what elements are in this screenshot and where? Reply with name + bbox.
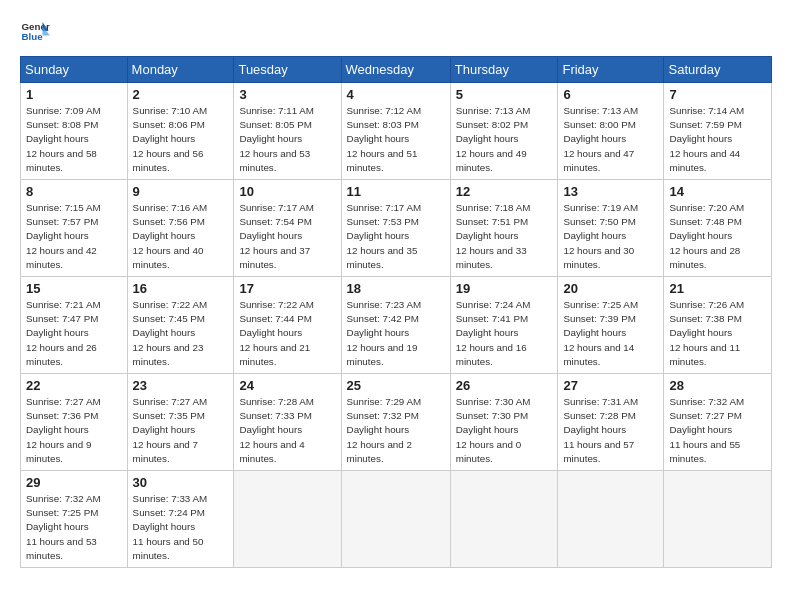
day-info: Sunrise: 7:27 AMSunset: 7:35 PMDaylight … (133, 396, 208, 464)
week-row-3: 15 Sunrise: 7:21 AMSunset: 7:47 PMDaylig… (21, 277, 772, 374)
day-info: Sunrise: 7:31 AMSunset: 7:28 PMDaylight … (563, 396, 638, 464)
day-number: 10 (239, 184, 335, 199)
day-number: 27 (563, 378, 658, 393)
day-cell (234, 471, 341, 568)
day-info: Sunrise: 7:20 AMSunset: 7:48 PMDaylight … (669, 202, 744, 270)
day-number: 17 (239, 281, 335, 296)
day-number: 5 (456, 87, 553, 102)
day-cell: 18 Sunrise: 7:23 AMSunset: 7:42 PMDaylig… (341, 277, 450, 374)
day-info: Sunrise: 7:28 AMSunset: 7:33 PMDaylight … (239, 396, 314, 464)
weekday-header-friday: Friday (558, 57, 664, 83)
day-info: Sunrise: 7:13 AMSunset: 8:02 PMDaylight … (456, 105, 531, 173)
calendar-table: SundayMondayTuesdayWednesdayThursdayFrid… (20, 56, 772, 568)
day-number: 28 (669, 378, 766, 393)
day-info: Sunrise: 7:33 AMSunset: 7:24 PMDaylight … (133, 493, 208, 561)
week-row-2: 8 Sunrise: 7:15 AMSunset: 7:57 PMDayligh… (21, 180, 772, 277)
day-info: Sunrise: 7:22 AMSunset: 7:44 PMDaylight … (239, 299, 314, 367)
day-cell: 30 Sunrise: 7:33 AMSunset: 7:24 PMDaylig… (127, 471, 234, 568)
day-number: 18 (347, 281, 445, 296)
day-cell: 13 Sunrise: 7:19 AMSunset: 7:50 PMDaylig… (558, 180, 664, 277)
day-cell: 25 Sunrise: 7:29 AMSunset: 7:32 PMDaylig… (341, 374, 450, 471)
day-cell: 21 Sunrise: 7:26 AMSunset: 7:38 PMDaylig… (664, 277, 772, 374)
day-cell: 2 Sunrise: 7:10 AMSunset: 8:06 PMDayligh… (127, 83, 234, 180)
day-info: Sunrise: 7:12 AMSunset: 8:03 PMDaylight … (347, 105, 422, 173)
day-cell: 14 Sunrise: 7:20 AMSunset: 7:48 PMDaylig… (664, 180, 772, 277)
day-cell: 15 Sunrise: 7:21 AMSunset: 7:47 PMDaylig… (21, 277, 128, 374)
day-cell: 12 Sunrise: 7:18 AMSunset: 7:51 PMDaylig… (450, 180, 558, 277)
day-cell: 29 Sunrise: 7:32 AMSunset: 7:25 PMDaylig… (21, 471, 128, 568)
day-cell: 5 Sunrise: 7:13 AMSunset: 8:02 PMDayligh… (450, 83, 558, 180)
day-info: Sunrise: 7:25 AMSunset: 7:39 PMDaylight … (563, 299, 638, 367)
day-number: 4 (347, 87, 445, 102)
day-number: 26 (456, 378, 553, 393)
logo-icon: General Blue (20, 16, 50, 46)
day-info: Sunrise: 7:30 AMSunset: 7:30 PMDaylight … (456, 396, 531, 464)
day-number: 21 (669, 281, 766, 296)
day-info: Sunrise: 7:17 AMSunset: 7:54 PMDaylight … (239, 202, 314, 270)
day-cell: 8 Sunrise: 7:15 AMSunset: 7:57 PMDayligh… (21, 180, 128, 277)
day-number: 19 (456, 281, 553, 296)
day-cell (341, 471, 450, 568)
weekday-header-wednesday: Wednesday (341, 57, 450, 83)
day-info: Sunrise: 7:11 AMSunset: 8:05 PMDaylight … (239, 105, 314, 173)
day-cell (450, 471, 558, 568)
day-cell: 22 Sunrise: 7:27 AMSunset: 7:36 PMDaylig… (21, 374, 128, 471)
day-info: Sunrise: 7:22 AMSunset: 7:45 PMDaylight … (133, 299, 208, 367)
week-row-1: 1 Sunrise: 7:09 AMSunset: 8:08 PMDayligh… (21, 83, 772, 180)
day-number: 12 (456, 184, 553, 199)
day-info: Sunrise: 7:14 AMSunset: 7:59 PMDaylight … (669, 105, 744, 173)
day-number: 2 (133, 87, 229, 102)
day-cell: 26 Sunrise: 7:30 AMSunset: 7:30 PMDaylig… (450, 374, 558, 471)
day-cell: 19 Sunrise: 7:24 AMSunset: 7:41 PMDaylig… (450, 277, 558, 374)
day-cell: 4 Sunrise: 7:12 AMSunset: 8:03 PMDayligh… (341, 83, 450, 180)
week-row-5: 29 Sunrise: 7:32 AMSunset: 7:25 PMDaylig… (21, 471, 772, 568)
day-number: 30 (133, 475, 229, 490)
day-number: 14 (669, 184, 766, 199)
day-info: Sunrise: 7:13 AMSunset: 8:00 PMDaylight … (563, 105, 638, 173)
day-number: 25 (347, 378, 445, 393)
day-info: Sunrise: 7:29 AMSunset: 7:32 PMDaylight … (347, 396, 422, 464)
day-cell: 6 Sunrise: 7:13 AMSunset: 8:00 PMDayligh… (558, 83, 664, 180)
day-info: Sunrise: 7:18 AMSunset: 7:51 PMDaylight … (456, 202, 531, 270)
day-cell: 24 Sunrise: 7:28 AMSunset: 7:33 PMDaylig… (234, 374, 341, 471)
day-info: Sunrise: 7:32 AMSunset: 7:25 PMDaylight … (26, 493, 101, 561)
day-cell: 28 Sunrise: 7:32 AMSunset: 7:27 PMDaylig… (664, 374, 772, 471)
day-info: Sunrise: 7:32 AMSunset: 7:27 PMDaylight … (669, 396, 744, 464)
weekday-header-tuesday: Tuesday (234, 57, 341, 83)
day-number: 9 (133, 184, 229, 199)
weekday-header-saturday: Saturday (664, 57, 772, 83)
day-cell: 7 Sunrise: 7:14 AMSunset: 7:59 PMDayligh… (664, 83, 772, 180)
day-info: Sunrise: 7:27 AMSunset: 7:36 PMDaylight … (26, 396, 101, 464)
day-info: Sunrise: 7:16 AMSunset: 7:56 PMDaylight … (133, 202, 208, 270)
day-number: 20 (563, 281, 658, 296)
day-info: Sunrise: 7:24 AMSunset: 7:41 PMDaylight … (456, 299, 531, 367)
page-container: General Blue SundayMondayTuesdayWednesda… (0, 0, 792, 578)
day-info: Sunrise: 7:26 AMSunset: 7:38 PMDaylight … (669, 299, 744, 367)
day-number: 16 (133, 281, 229, 296)
day-number: 11 (347, 184, 445, 199)
day-cell (664, 471, 772, 568)
day-info: Sunrise: 7:09 AMSunset: 8:08 PMDaylight … (26, 105, 101, 173)
day-cell: 9 Sunrise: 7:16 AMSunset: 7:56 PMDayligh… (127, 180, 234, 277)
day-number: 7 (669, 87, 766, 102)
header: General Blue (20, 16, 772, 46)
week-row-4: 22 Sunrise: 7:27 AMSunset: 7:36 PMDaylig… (21, 374, 772, 471)
day-number: 24 (239, 378, 335, 393)
day-number: 3 (239, 87, 335, 102)
weekday-header-row: SundayMondayTuesdayWednesdayThursdayFrid… (21, 57, 772, 83)
day-info: Sunrise: 7:23 AMSunset: 7:42 PMDaylight … (347, 299, 422, 367)
day-cell: 16 Sunrise: 7:22 AMSunset: 7:45 PMDaylig… (127, 277, 234, 374)
weekday-header-sunday: Sunday (21, 57, 128, 83)
weekday-header-thursday: Thursday (450, 57, 558, 83)
day-number: 1 (26, 87, 122, 102)
day-cell: 1 Sunrise: 7:09 AMSunset: 8:08 PMDayligh… (21, 83, 128, 180)
day-number: 29 (26, 475, 122, 490)
day-cell (558, 471, 664, 568)
day-number: 8 (26, 184, 122, 199)
weekday-header-monday: Monday (127, 57, 234, 83)
day-cell: 27 Sunrise: 7:31 AMSunset: 7:28 PMDaylig… (558, 374, 664, 471)
day-number: 15 (26, 281, 122, 296)
day-info: Sunrise: 7:19 AMSunset: 7:50 PMDaylight … (563, 202, 638, 270)
logo: General Blue (20, 16, 50, 46)
day-cell: 3 Sunrise: 7:11 AMSunset: 8:05 PMDayligh… (234, 83, 341, 180)
